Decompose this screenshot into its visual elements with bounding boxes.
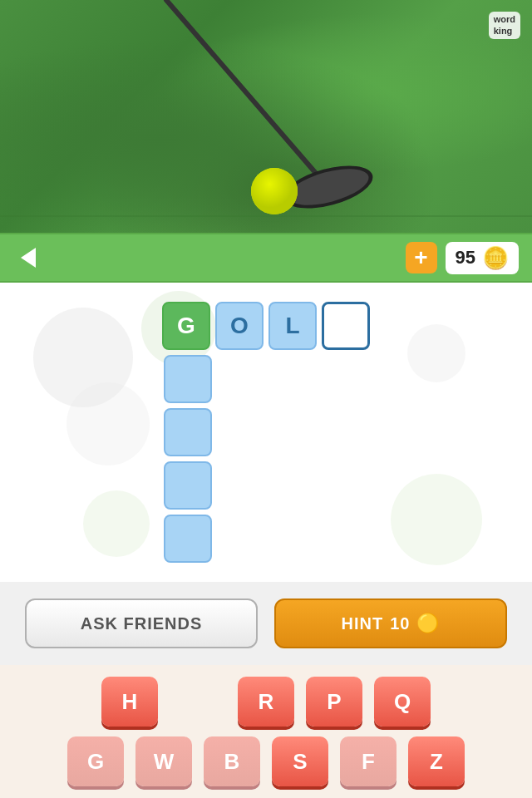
keyboard-row-2: G W B S F Z [67, 736, 465, 786]
nav-right: + 95 🪙 [406, 242, 519, 274]
letter-keyboard: H R P Q G W B S F Z [0, 665, 532, 798]
action-area: ASK FRIENDS HINT 10 🟡 [0, 582, 532, 665]
hint-cost: 10 [390, 614, 410, 633]
cell-h-1[interactable]: O [215, 302, 264, 350]
svg-line-0 [166, 0, 324, 183]
hint-label: HINT [342, 614, 384, 633]
puzzle-area: G O L [0, 283, 532, 582]
coin-icon: 🪙 [482, 245, 509, 271]
golf-club-svg [0, 0, 532, 233]
add-coins-button[interactable]: + [406, 242, 437, 273]
key-Q[interactable]: Q [374, 677, 431, 727]
coin-display: 95 🪙 [446, 242, 519, 274]
cell-v-2[interactable] [164, 461, 212, 510]
horizontal-word: G O L [162, 302, 370, 350]
cell-v-3[interactable] [164, 515, 212, 563]
vertical-word [164, 355, 370, 563]
keyboard-row-1: H R P Q [101, 677, 431, 727]
key-R[interactable]: R [238, 677, 294, 727]
key-G[interactable]: G [67, 736, 124, 786]
deco-circle-6 [407, 324, 466, 382]
cell-h-3[interactable] [322, 302, 370, 350]
cell-h-0[interactable]: G [162, 302, 210, 350]
key-S[interactable]: S [272, 736, 328, 786]
key-Z[interactable]: Z [408, 736, 465, 786]
crossword-grid: G O L [162, 302, 370, 563]
cell-v-0[interactable] [164, 355, 212, 403]
key-F[interactable]: F [340, 736, 397, 786]
deco-circle-4 [83, 490, 150, 557]
app-logo: word king [489, 12, 520, 39]
key-B[interactable]: B [204, 736, 260, 786]
back-button[interactable] [13, 243, 43, 273]
cell-h-2[interactable]: L [268, 302, 317, 350]
hero-image: word king [0, 0, 532, 233]
hint-button[interactable]: HINT 10 🟡 [274, 598, 507, 648]
key-P[interactable]: P [306, 677, 362, 727]
ask-friends-button[interactable]: ASK FRIENDS [25, 598, 258, 648]
key-W[interactable]: W [135, 736, 192, 786]
coin-count: 95 [456, 247, 475, 268]
cell-v-1[interactable] [164, 408, 212, 456]
navbar: + 95 🪙 [0, 233, 532, 283]
hint-coin-icon: 🟡 [416, 613, 440, 634]
deco-circle-3 [66, 382, 150, 466]
svg-point-4 [251, 168, 298, 214]
deco-circle-5 [391, 474, 482, 565]
key-H[interactable]: H [101, 677, 158, 727]
back-chevron-icon [21, 248, 36, 268]
